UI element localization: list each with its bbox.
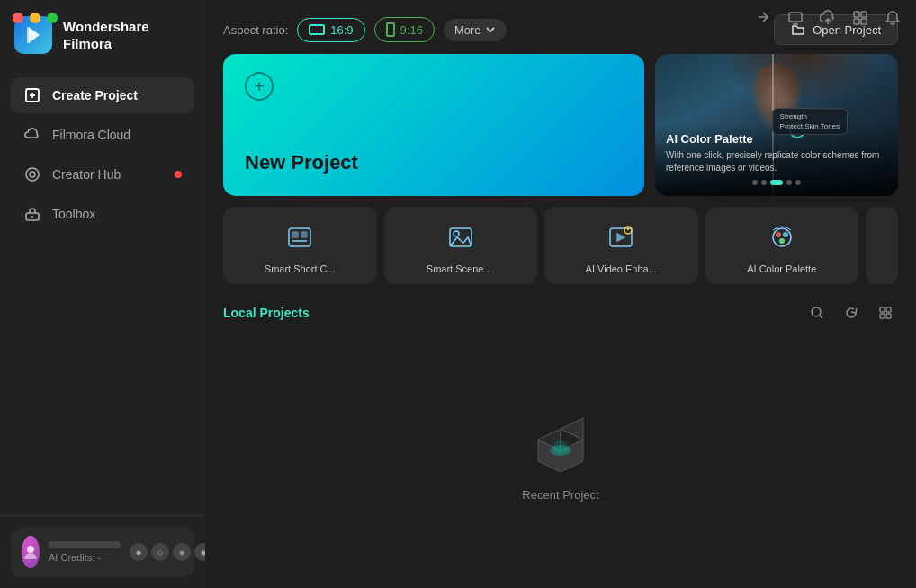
svg-rect-11 (789, 13, 802, 22)
dot-2[interactable] (761, 180, 767, 185)
svg-rect-1 (27, 27, 30, 43)
profile-icon-2[interactable]: ◇ (151, 543, 169, 561)
new-project-plus-icon: + (245, 72, 274, 101)
feature-desc: With one click, precisely replicate colo… (666, 149, 887, 174)
aspect-16-9-button[interactable]: 16:9 (297, 18, 364, 42)
aspect-16-9-label: 16:9 (330, 23, 353, 37)
svg-point-31 (779, 238, 785, 244)
dot-4[interactable] (786, 180, 792, 185)
profile-card[interactable]: AI Credits: - ◆ ◇ ◈ ◉ › (11, 527, 194, 577)
dot-3-active[interactable] (770, 180, 783, 185)
smart-short-icon (282, 219, 318, 255)
avatar (22, 536, 40, 568)
local-projects-header: Local Projects (205, 297, 916, 336)
svg-rect-17 (854, 19, 859, 24)
ai-video-enhance-label: AI Video Enha... (586, 263, 657, 275)
ratio-9-16-icon (386, 22, 395, 37)
dot-1[interactable] (752, 180, 758, 185)
logo-area: Wondershare Filmora (0, 0, 205, 70)
toolbox-icon (23, 205, 41, 223)
svg-rect-16 (861, 12, 867, 17)
svg-rect-18 (861, 19, 867, 24)
svg-point-6 (30, 172, 35, 177)
aspect-ratio-label: Aspect ratio: (223, 23, 288, 37)
refresh-projects-button[interactable] (839, 300, 864, 325)
ai-tool-smart-scene[interactable]: Smart Scene ... (384, 207, 538, 284)
window-controls (13, 13, 58, 23)
search-projects-button[interactable] (804, 300, 830, 325)
sidebar-item-toolbox[interactable]: Toolbox (11, 196, 194, 232)
svg-rect-38 (886, 307, 891, 312)
dot-5[interactable] (795, 180, 801, 185)
svg-point-29 (776, 232, 781, 237)
cloud-upload-icon[interactable] (819, 9, 837, 27)
sidebar-item-create-project[interactable]: Create Project (11, 77, 194, 113)
profile-icon-1[interactable]: ◆ (130, 543, 148, 561)
svg-rect-15 (854, 12, 859, 17)
monitor-icon[interactable] (786, 9, 804, 27)
ai-tools-row: Smart Short C... Smart Scene ... (205, 207, 916, 297)
more-tools-button[interactable] (866, 207, 898, 284)
svg-rect-39 (880, 314, 885, 318)
main-content: Aspect ratio: 16:9 9:16 More (205, 0, 916, 588)
smart-scene-icon (443, 219, 479, 255)
feature-pagination-dots (666, 180, 887, 185)
svg-point-24 (454, 231, 459, 236)
svg-point-46 (553, 440, 568, 454)
svg-point-35 (812, 307, 821, 316)
svg-point-30 (783, 232, 788, 237)
svg-rect-21 (301, 232, 307, 237)
empty-state: Recent Project (205, 336, 916, 588)
sidebar: Wondershare Filmora Create Project Filmo… (0, 0, 205, 588)
ai-video-enhance-icon (603, 219, 639, 255)
create-project-icon (23, 86, 41, 104)
creator-hub-label: Creator Hub (52, 167, 121, 182)
creator-hub-icon (23, 165, 41, 183)
view-toggle-button[interactable] (873, 300, 898, 325)
aspect-ratio-group: Aspect ratio: 16:9 9:16 More (223, 17, 507, 42)
profile-icon-3[interactable]: ◈ (173, 543, 191, 561)
feature-card: Strength Protect Skin Tones AI Color Pal… (655, 54, 898, 196)
profile-name-bar (49, 541, 121, 548)
aspect-9-16-label: 9:16 (400, 23, 423, 37)
filmora-cloud-label: Filmora Cloud (52, 128, 130, 142)
share-icon[interactable] (754, 9, 772, 27)
grid-icon[interactable] (851, 9, 869, 27)
ai-tool-smart-short[interactable]: Smart Short C... (223, 207, 377, 284)
maximize-dot[interactable] (47, 13, 58, 23)
smart-short-label: Smart Short C... (265, 263, 336, 275)
empty-box-icon (525, 405, 597, 477)
ai-tool-ai-color-palette[interactable]: AI Color Palette (705, 207, 859, 284)
cloud-icon (23, 126, 41, 144)
svg-point-5 (26, 168, 39, 181)
feature-card-inner: Strength Protect Skin Tones AI Color Pal… (655, 54, 898, 196)
sidebar-bottom: AI Credits: - ◆ ◇ ◈ ◉ › (0, 515, 205, 588)
nav-items: Create Project Filmora Cloud Creator Hub (0, 70, 205, 515)
main-wrapper: Aspect ratio: 16:9 9:16 More (205, 0, 916, 588)
open-box-svg (525, 405, 597, 477)
more-aspect-button[interactable]: More (444, 19, 507, 41)
svg-rect-40 (886, 314, 891, 318)
feature-title: AI Color Palette (666, 132, 887, 146)
aspect-9-16-button[interactable]: 9:16 (374, 17, 435, 42)
top-right-icons (754, 9, 902, 27)
profile-action-icons: ◆ ◇ ◈ ◉ (130, 543, 212, 561)
smart-scene-label: Smart Scene ... (427, 263, 495, 275)
creator-hub-notification-dot (175, 171, 182, 178)
svg-rect-20 (292, 232, 298, 237)
close-dot[interactable] (13, 13, 23, 23)
chevron-down-icon (485, 24, 496, 35)
recent-project-label: Recent Project (522, 488, 598, 502)
ai-tool-ai-video-enhance[interactable]: AI Video Enha... (544, 207, 698, 284)
svg-rect-37 (880, 307, 885, 312)
svg-point-9 (27, 546, 34, 553)
svg-point-32 (881, 240, 884, 243)
ai-color-palette-icon (764, 219, 800, 255)
svg-marker-0 (29, 27, 40, 43)
sidebar-item-creator-hub[interactable]: Creator Hub (11, 156, 194, 192)
ratio-16-9-icon (309, 24, 325, 35)
bell-icon[interactable] (884, 9, 902, 27)
minimize-dot[interactable] (30, 13, 40, 23)
sidebar-item-filmora-cloud[interactable]: Filmora Cloud (11, 117, 194, 153)
new-project-card[interactable]: + New Project (223, 54, 644, 196)
